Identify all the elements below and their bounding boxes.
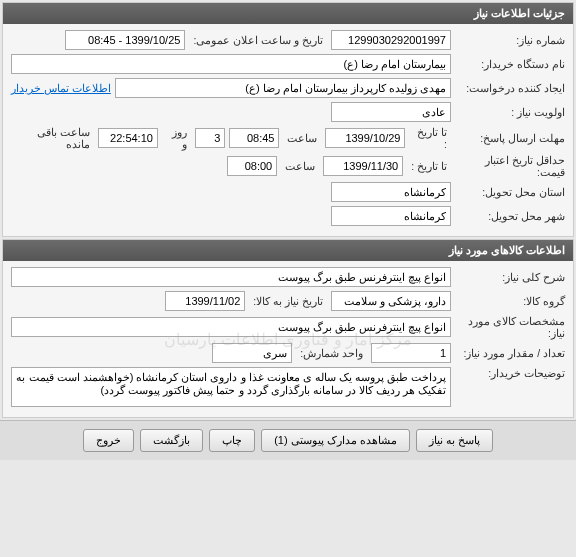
priority-input[interactable] (331, 102, 451, 122)
remaining-time-input[interactable] (98, 128, 158, 148)
goods-date-input[interactable] (165, 291, 245, 311)
need-number-label: شماره نیاز: (455, 34, 565, 46)
delivery-city-label: شهر محل تحویل: (455, 210, 565, 222)
public-announce-input[interactable] (65, 30, 185, 50)
creator-label: ایجاد کننده درخواست: (455, 82, 565, 94)
unit-label: واحد شمارش: (296, 347, 367, 359)
need-info-header: جزئیات اطلاعات نیاز (3, 3, 573, 24)
days-count-input[interactable] (195, 128, 225, 148)
deadline-date-input[interactable] (325, 128, 405, 148)
min-validity-label: حداقل تاریخ اعتبار قیمت: (455, 154, 565, 178)
delivery-city-input[interactable] (331, 206, 451, 226)
print-button[interactable]: چاپ (209, 429, 255, 452)
public-announce-label: تاریخ و ساعت اعلان عمومی: (189, 34, 327, 46)
spec-input[interactable] (11, 317, 451, 337)
delivery-province-label: استان محل تحویل: (455, 186, 565, 198)
quantity-label: تعداد / مقدار مورد نیاز: (455, 347, 565, 359)
group-input[interactable] (331, 291, 451, 311)
remaining-label: ساعت باقی مانده (11, 126, 94, 150)
need-info-panel: جزئیات اطلاعات نیاز شماره نیاز: تاریخ و … (2, 2, 574, 237)
delivery-province-input[interactable] (331, 182, 451, 202)
device-name-label: نام دستگاه خریدار: (455, 58, 565, 70)
buyer-desc-label: توضیحات خریدار: (455, 367, 565, 379)
spec-label: مشخصات کالای مورد نیاز: (455, 315, 565, 339)
validity-date-input[interactable] (323, 156, 403, 176)
unit-input[interactable] (212, 343, 292, 363)
validity-to-label: تا تاریخ : (407, 160, 451, 172)
creator-input[interactable] (115, 78, 451, 98)
general-desc-label: شرح کلی نیاز: (455, 271, 565, 283)
days-label: روز و (162, 126, 192, 150)
buyer-desc-textarea[interactable] (11, 367, 451, 407)
time-label-1: ساعت (283, 132, 321, 144)
goods-info-panel: اطلاعات کالاهای مورد نیاز مرکز آمار و فن… (2, 239, 574, 418)
general-desc-input[interactable] (11, 267, 451, 287)
priority-label: اولویت نیاز : (455, 106, 565, 118)
footer-toolbar: پاسخ به نیاز مشاهده مدارک پیوستی (1) چاپ… (0, 420, 576, 460)
quantity-input[interactable] (371, 343, 451, 363)
time-label-2: ساعت (281, 160, 319, 172)
deadline-time-input[interactable] (229, 128, 279, 148)
to-date-label: تا تاریخ : (409, 126, 451, 150)
respond-button[interactable]: پاسخ به نیاز (416, 429, 493, 452)
attachments-button[interactable]: مشاهده مدارک پیوستی (1) (261, 429, 410, 452)
device-name-input[interactable] (11, 54, 451, 74)
goods-info-header: اطلاعات کالاهای مورد نیاز (3, 240, 573, 261)
deadline-label: مهلت ارسال پاسخ: (455, 132, 565, 144)
back-button[interactable]: بازگشت (140, 429, 203, 452)
validity-time-input[interactable] (227, 156, 277, 176)
group-label: گروه کالا: (455, 295, 565, 307)
contact-link[interactable]: اطلاعات تماس خریدار (11, 82, 111, 94)
need-number-input[interactable] (331, 30, 451, 50)
exit-button[interactable]: خروج (83, 429, 134, 452)
goods-date-label: تاریخ نیاز به کالا: (249, 295, 327, 307)
